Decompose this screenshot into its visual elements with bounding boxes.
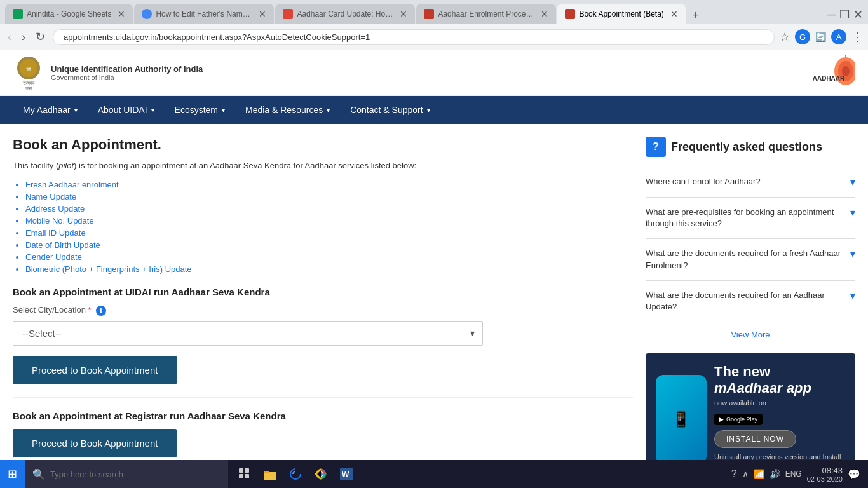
nav-about-uidai[interactable]: About UIDAI ▾ bbox=[88, 96, 165, 124]
service-item-3: Address Update bbox=[25, 204, 633, 214]
faq-chevron-2: ▾ bbox=[850, 207, 855, 219]
svg-rect-12 bbox=[245, 468, 249, 473]
section1-title: Book an Appointment at UIDAI run Aadhaar… bbox=[13, 287, 633, 297]
tab-title-2: How to Edit Father's Name in... bbox=[156, 10, 252, 18]
extension-icon[interactable]: 🔄 bbox=[815, 32, 826, 42]
content-area: Book an Appointment. This facility (pilo… bbox=[0, 124, 868, 488]
forward-button[interactable]: › bbox=[19, 28, 28, 46]
back-button[interactable]: ‹ bbox=[5, 28, 14, 46]
install-now-button[interactable]: INSTALL NOW bbox=[714, 430, 796, 448]
service-item-4: Mobile No. Update bbox=[25, 216, 633, 226]
tab-title-3: Aadhaar Card Update: How to... bbox=[297, 10, 393, 18]
faq-item-2[interactable]: What are pre-requisites for booking an a… bbox=[646, 198, 855, 239]
play-store-label: Google Play bbox=[726, 416, 757, 423]
nav-ecosystem-chevron: ▾ bbox=[222, 107, 225, 114]
faq-icon: ? bbox=[646, 137, 666, 157]
faq-item-1[interactable]: Where can I enrol for Aadhaar? ▾ bbox=[646, 167, 855, 198]
time-display[interactable]: 08:43 02-03-2020 bbox=[807, 466, 843, 483]
faq-chevron-4: ▾ bbox=[850, 290, 855, 302]
user-profile-icon[interactable]: A bbox=[831, 29, 846, 44]
nav-media-resources[interactable]: Media & Resources ▾ bbox=[235, 96, 340, 124]
proceed-button-1[interactable]: Proceed to Book Appointment bbox=[13, 356, 177, 384]
bookmark-star-icon[interactable]: ☆ bbox=[780, 30, 790, 44]
city-select-wrapper[interactable]: --Select-- ▾ bbox=[13, 321, 483, 346]
nav-contact-support[interactable]: Contact & Support ▾ bbox=[340, 96, 440, 124]
browser-tab-1[interactable]: Anindita - Google Sheets ✕ bbox=[5, 4, 133, 24]
notification-icon[interactable]: 💬 bbox=[848, 468, 860, 480]
lang-label: ENG bbox=[785, 470, 802, 478]
svg-rect-14 bbox=[245, 474, 249, 478]
nav-my-aadhaar-label: My Aadhaar bbox=[23, 105, 71, 115]
close-button[interactable]: ✕ bbox=[853, 8, 863, 22]
taskbar-right: ? ∧ 📶 🔊 ENG 08:43 02-03-2020 💬 bbox=[731, 466, 868, 483]
taskbar-search-icon: 🔍 bbox=[32, 468, 45, 480]
service-item-2: Name Update bbox=[25, 192, 633, 201]
browser-tab-2[interactable]: How to Edit Father's Name in... ✕ bbox=[134, 4, 274, 24]
nav-contact-support-label: Contact & Support bbox=[350, 105, 423, 115]
tab-close-2[interactable]: ✕ bbox=[259, 9, 266, 19]
new-tab-button[interactable]: + bbox=[687, 6, 705, 24]
question-icon[interactable]: ? bbox=[731, 468, 737, 480]
taskbar-app-edge[interactable] bbox=[284, 463, 307, 485]
browser-tab-3[interactable]: Aadhaar Card Update: How to... ✕ bbox=[275, 4, 415, 24]
minimize-button[interactable]: ─ bbox=[827, 8, 836, 22]
wifi-icon[interactable]: 📶 bbox=[754, 469, 764, 479]
section-divider bbox=[13, 397, 633, 398]
taskbar-search-bar[interactable]: 🔍 bbox=[25, 460, 228, 488]
chevron-up-icon[interactable]: ∧ bbox=[742, 469, 749, 479]
city-info-icon[interactable]: ℹ bbox=[96, 306, 106, 316]
taskbar-apps: W bbox=[228, 460, 363, 488]
svg-text:AADHAAR: AADHAAR bbox=[813, 75, 845, 82]
taskbar: ⊞ 🔍 bbox=[0, 460, 868, 488]
nav-ecosystem[interactable]: Ecosystem ▾ bbox=[165, 96, 235, 124]
svg-text:🏛: 🏛 bbox=[26, 66, 31, 72]
play-store-badge[interactable]: ▶ Google Play bbox=[714, 414, 763, 425]
service-item-7: Gender Update bbox=[25, 252, 633, 262]
refresh-button[interactable]: ↻ bbox=[33, 27, 48, 46]
start-button[interactable]: ⊞ bbox=[0, 460, 25, 488]
svg-text:सत्यमेव: सत्यमेव bbox=[22, 80, 35, 85]
browser-tab-4[interactable]: Aadhaar Enrolment Process -... ✕ bbox=[416, 4, 556, 24]
tab-close-3[interactable]: ✕ bbox=[400, 9, 407, 19]
volume-icon[interactable]: 🔊 bbox=[770, 469, 780, 479]
required-asterisk: * bbox=[88, 305, 92, 315]
faq-item-3[interactable]: What are the documents required for a fr… bbox=[646, 239, 855, 280]
taskbar-app-chrome[interactable] bbox=[309, 463, 332, 485]
taskbar-search-input[interactable] bbox=[50, 470, 220, 479]
svg-text:जयते: जयते bbox=[25, 86, 32, 90]
address-bar[interactable]: appointments.uidai.gov.in/bookappointmen… bbox=[53, 29, 775, 45]
taskbar-app-word[interactable]: W bbox=[335, 463, 358, 485]
tab-title-1: Anindita - Google Sheets bbox=[27, 10, 111, 18]
taskbar-app-files[interactable] bbox=[259, 463, 281, 485]
tab-close-5[interactable]: ✕ bbox=[670, 9, 678, 19]
menu-icon[interactable]: ⋮ bbox=[851, 30, 863, 44]
nav-about-uidai-chevron: ▾ bbox=[151, 107, 154, 114]
service-item-6: Date of Birth Update bbox=[25, 240, 633, 250]
clock-time: 08:43 bbox=[807, 466, 843, 475]
nav-my-aadhaar[interactable]: My Aadhaar ▾ bbox=[13, 96, 88, 124]
service-item-8: Biometric (Photo + Fingerprints + Iris) … bbox=[25, 264, 633, 274]
google-account-icon[interactable]: G bbox=[795, 29, 810, 44]
org-name: Unique Identification Authority of India bbox=[51, 64, 203, 74]
section2-title: Book an Appointment at Registrar run Aad… bbox=[13, 410, 633, 421]
sidebar: ? Frequently asked questions Where can I… bbox=[646, 137, 855, 485]
maximize-button[interactable]: ❐ bbox=[839, 8, 850, 22]
page-title: Book an Appointment. bbox=[13, 137, 633, 153]
tab-close-4[interactable]: ✕ bbox=[541, 9, 548, 19]
banner-appname: mAadhaar app bbox=[714, 380, 811, 396]
city-select[interactable]: --Select-- bbox=[13, 322, 482, 345]
svg-rect-11 bbox=[239, 468, 243, 473]
services-list: Fresh Aadhaar enrolment Name Update Addr… bbox=[13, 180, 633, 274]
faq-header: ? Frequently asked questions bbox=[646, 137, 855, 157]
faq-item-4[interactable]: What are the documents required for an A… bbox=[646, 281, 855, 322]
taskbar-app-taskview[interactable] bbox=[233, 463, 256, 485]
browser-tab-5[interactable]: Book Appointment (Beta) ✕ bbox=[557, 4, 685, 24]
svg-text:W: W bbox=[342, 470, 349, 479]
nav-ecosystem-label: Ecosystem bbox=[175, 105, 218, 115]
tab-close-1[interactable]: ✕ bbox=[118, 9, 125, 19]
faq-question-1: Where can I enrol for Aadhaar? bbox=[646, 176, 845, 187]
proceed-button-2[interactable]: Proceed to Book Appointment bbox=[13, 429, 177, 458]
nav-media-resources-chevron: ▾ bbox=[327, 107, 330, 114]
tab-title-5: Book Appointment (Beta) bbox=[579, 10, 663, 18]
view-more-link[interactable]: View More bbox=[646, 322, 855, 347]
